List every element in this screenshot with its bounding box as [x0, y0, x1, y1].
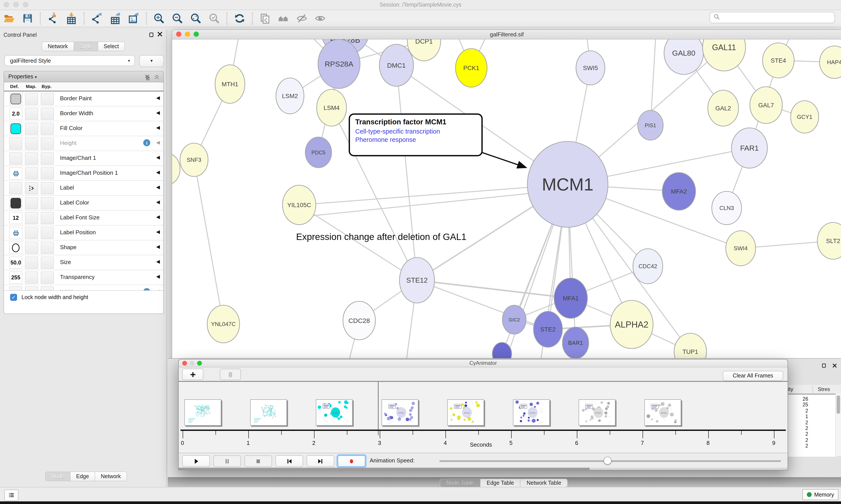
zoom-fit-icon[interactable]	[189, 12, 203, 25]
table-scrollbar[interactable]	[835, 394, 841, 456]
search-box[interactable]	[710, 12, 835, 23]
table-cell[interactable]: 26	[787, 396, 808, 401]
step-forward-button[interactable]	[307, 455, 334, 467]
property-row-image-chart-1[interactable]: Image/Chart 1◀	[4, 151, 163, 166]
close-panel-icon[interactable]	[157, 31, 163, 39]
table-header[interactable]: ity Stres	[787, 385, 841, 394]
info-icon[interactable]: i	[143, 139, 150, 146]
property-row-label-font-size[interactable]: 12Label Font Size◀	[4, 211, 163, 226]
frame-thumbnail-6[interactable]: MCM1	[578, 399, 615, 426]
step-back-button[interactable]	[275, 455, 303, 467]
close-cyanimator-button[interactable]	[182, 361, 187, 366]
table-cell[interactable]: 2	[787, 443, 808, 448]
node-ste12[interactable]: STE12	[399, 257, 434, 303]
table-cell[interactable]: 2	[787, 426, 808, 431]
property-row-image-chart-position-1[interactable]: Image/Chart Position 1◀	[4, 166, 163, 181]
speed-slider-handle[interactable]	[604, 457, 611, 465]
node-mcm1[interactable]: MCM1	[527, 141, 608, 227]
property-row-border-paint[interactable]: Border Paint◀	[4, 91, 163, 106]
expand-row-icon[interactable]: ◀	[156, 125, 160, 130]
task-history-button[interactable]	[4, 489, 18, 501]
zoom-cyanimator-button[interactable]	[197, 361, 202, 366]
property-row-shape[interactable]: Shape◀	[4, 240, 163, 255]
float-panel-icon[interactable]	[148, 32, 154, 39]
node-pdc5[interactable]: PDC5	[305, 137, 332, 168]
node-mfa1[interactable]: MFA1	[554, 278, 587, 318]
node-gal7[interactable]: GAL7	[750, 87, 782, 124]
node-table[interactable]: ity Stres 26252122222	[787, 394, 836, 457]
annotation-link[interactable]: Cell-type-specific transcription	[355, 127, 476, 136]
minimize-network-button[interactable]	[185, 32, 190, 37]
search-input[interactable]	[720, 14, 835, 21]
export-image-icon[interactable]	[126, 12, 141, 25]
frame-thumbnail-4[interactable]: MCM1	[447, 399, 484, 426]
zoom-in-icon[interactable]	[151, 12, 166, 25]
node-cdc42[interactable]: CDC42	[633, 249, 663, 284]
node-dmc1[interactable]: DMC1	[379, 44, 413, 86]
frame-thumbnail-3[interactable]: MCM1	[381, 399, 418, 426]
open-icon[interactable]	[2, 12, 17, 25]
node-gcy1[interactable]: GCY1	[791, 101, 819, 133]
import-network-icon[interactable]	[46, 12, 60, 25]
zoom-out-icon[interactable]	[170, 12, 185, 25]
chevron-double-up-icon[interactable]	[154, 73, 160, 84]
node-ynl047c[interactable]: YNL047C	[207, 305, 239, 343]
tab-network-table[interactable]: Network Table	[521, 479, 568, 487]
expand-row-icon[interactable]: ◀	[156, 155, 160, 160]
add-frame-button[interactable]	[182, 369, 203, 380]
tab-network[interactable]: Network	[95, 472, 127, 481]
node-far1[interactable]: FAR1	[732, 128, 767, 168]
record-button[interactable]	[338, 455, 365, 467]
node-gal11[interactable]: GAL11	[702, 39, 746, 71]
table-cell[interactable]: 25	[787, 402, 808, 408]
property-row-label-position[interactable]: Label Position◀	[4, 226, 163, 240]
style-options-button[interactable]: ▾	[139, 55, 164, 67]
expand-row-icon[interactable]: ◀	[156, 214, 160, 220]
expand-row-icon[interactable]: ◀	[156, 169, 160, 175]
node-ste4[interactable]: STE4	[763, 43, 794, 78]
node-cdc28[interactable]: CDC28	[343, 301, 375, 340]
property-row-height[interactable]: Heighti◀	[4, 136, 163, 151]
style-selector[interactable]: galFiltered Style▾	[4, 55, 135, 66]
node-gal2[interactable]: GAL2	[708, 90, 738, 126]
memory-button[interactable]: Memory	[803, 489, 838, 500]
tab-select[interactable]: Select	[98, 41, 125, 51]
tab-edge[interactable]: Edge	[71, 472, 95, 481]
node-mth1[interactable]: MTH1	[215, 65, 245, 103]
expand-row-icon[interactable]: ◀	[156, 259, 160, 265]
node-bar1[interactable]: BAR1	[562, 327, 589, 359]
frame-thumbnail-5[interactable]: MCM1	[513, 399, 550, 426]
tab-network[interactable]: Network	[42, 41, 74, 51]
lock-checkbox[interactable]: ✓	[10, 294, 17, 301]
expand-row-icon[interactable]: ◀	[156, 110, 160, 115]
node-pck1[interactable]: PCK1	[455, 49, 487, 87]
annotation-link[interactable]: Pheromone response	[355, 136, 476, 144]
node-yil105c[interactable]: YIL105C	[283, 185, 316, 224]
export-table-icon[interactable]	[108, 12, 123, 25]
node-mfa2[interactable]: MFA2	[662, 173, 696, 210]
cyanimator-scrollbar[interactable]	[179, 468, 788, 470]
import-table-icon[interactable]	[64, 12, 79, 25]
expand-row-icon[interactable]: ◀	[156, 274, 160, 280]
table-cell[interactable]: 2	[787, 420, 808, 425]
node-lsm2[interactable]: LSM2	[276, 78, 304, 114]
expand-row-icon[interactable]: ◀	[156, 199, 160, 205]
node-ste2[interactable]: STE2	[534, 311, 562, 347]
node-cln3[interactable]: CLN3	[712, 191, 741, 224]
expand-row-icon[interactable]: ◀	[156, 140, 160, 145]
close-network-button[interactable]	[176, 32, 181, 37]
tab-node-table[interactable]: Node Table	[440, 479, 481, 487]
frame-thumbnail-1[interactable]	[250, 399, 287, 426]
node-alpha2[interactable]: ALPHA2	[610, 300, 653, 348]
float-table-icon[interactable]	[821, 362, 826, 370]
close-window-button[interactable]	[3, 2, 9, 7]
minimize-window-button[interactable]	[13, 2, 19, 7]
node-snf3[interactable]: SNF3	[180, 143, 208, 177]
playhead[interactable]	[378, 382, 379, 435]
node-swi4[interactable]: SWI4	[726, 231, 756, 266]
property-row-size[interactable]: 50.0Size◀	[4, 255, 163, 270]
frame-thumbnail-7[interactable]: MCM1	[644, 399, 681, 426]
play-button[interactable]	[182, 455, 210, 467]
clear-all-frames-button[interactable]: Clear All Frames	[723, 371, 783, 381]
node-slt2[interactable]: SLT2	[817, 222, 841, 259]
